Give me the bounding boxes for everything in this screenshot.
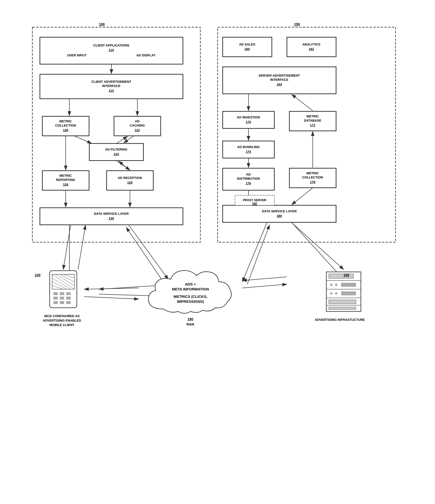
ad-bundling-box: AD BUNDLING 174 xyxy=(223,141,274,158)
svg-line-26 xyxy=(116,136,127,143)
svg-rect-82 xyxy=(341,291,356,295)
data-service-layer-client-label: DATA SERVICE LAYER xyxy=(94,212,129,216)
svg-line-92 xyxy=(292,223,344,269)
svg-line-44 xyxy=(242,222,267,282)
svg-point-80 xyxy=(330,292,332,295)
ad-sales-ref: 160 xyxy=(245,47,250,51)
data-service-layer-client-box: DATA SERVICE LAYER 130 xyxy=(40,208,183,225)
svg-rect-58 xyxy=(53,292,58,295)
ad-filtering-ref: 124 xyxy=(114,152,119,156)
ad-distribution-label: ADDISTRIBUTION xyxy=(237,173,260,181)
svg-line-29 xyxy=(116,161,130,170)
server-box-label: 150 xyxy=(294,22,300,26)
ad-bundling-ref: 174 xyxy=(246,150,251,154)
wcd-label: WCD CONFIGURED AS ADVERTISING ENABLED MO… xyxy=(37,314,87,328)
svg-line-89 xyxy=(84,297,139,299)
ad-ingestion-label: AD INGESTION xyxy=(237,115,260,120)
svg-text:IMPRESSIONS): IMPRESSIONS) xyxy=(177,299,204,304)
proxy-server-label: PROXY SERVER xyxy=(243,198,266,202)
svg-line-42 xyxy=(292,188,313,205)
ad-filtering-label: AD FILTERING xyxy=(105,148,127,152)
metric-collection-server-box: METRICCOLLECTION 178 xyxy=(289,168,336,188)
svg-rect-64 xyxy=(53,301,58,304)
svg-point-81 xyxy=(335,292,337,295)
data-service-layer-client-ref: 130 xyxy=(109,217,114,221)
svg-rect-76 xyxy=(329,274,353,278)
metric-collection-server-ref: 178 xyxy=(310,180,315,184)
metric-reporting-label: METRICREPORTING xyxy=(56,174,75,182)
server-ad-interface-box: SERVER ADVERTISEMENTINTERFACE 164 xyxy=(223,67,336,94)
svg-rect-65 xyxy=(60,301,64,304)
svg-line-86 xyxy=(63,225,71,269)
data-service-layer-server-label: DATA SERVICE LAYER xyxy=(262,209,297,214)
svg-rect-79 xyxy=(341,283,356,287)
svg-line-43 xyxy=(292,222,341,277)
svg-line-45 xyxy=(247,225,269,284)
metric-database-ref: 172 xyxy=(310,123,315,128)
client-applications-label: CLIENT APPLICATIONS xyxy=(93,44,129,48)
client-applications-box: CLIENT APPLICATIONS 110 USER INPUT AD DI… xyxy=(40,37,183,64)
analytics-box: ANALYTICS 162 xyxy=(287,37,336,57)
wcd-ref: 100 xyxy=(35,273,41,277)
analytics-ref: 162 xyxy=(309,47,314,51)
infra-label: ADVERTISING INFRASTUCTURE xyxy=(314,318,366,322)
svg-text:ADS +: ADS + xyxy=(185,282,196,286)
client-ad-interface-label: CLIENT ADVERTISEMENTINTERFACE xyxy=(91,80,131,88)
svg-line-90 xyxy=(242,284,287,288)
data-service-layer-server-box: DATA SERVICE LAYER 180 xyxy=(223,205,336,222)
svg-line-37 xyxy=(292,94,313,111)
svg-rect-83 xyxy=(329,300,356,304)
svg-rect-61 xyxy=(53,297,58,300)
svg-rect-60 xyxy=(66,292,71,295)
svg-line-25 xyxy=(124,136,134,143)
ad-caching-box: ADCACHING 122 xyxy=(114,116,161,136)
svg-rect-62 xyxy=(60,297,64,300)
ran-label: RAN xyxy=(139,322,242,326)
svg-line-91 xyxy=(242,277,287,281)
client-ad-interface-ref: 112 xyxy=(109,89,114,93)
metric-collection-server-label: METRICCOLLECTION xyxy=(302,171,323,180)
ad-sales-box: AD SALES 160 xyxy=(223,37,272,57)
metric-collection-client-box: METRICCOLLECTION 120 xyxy=(42,116,89,136)
metric-collection-client-label: METRICCOLLECTION xyxy=(55,119,76,128)
svg-line-31 xyxy=(119,161,130,171)
server-ad-interface-label: SERVER ADVERTISEMENTINTERFACE xyxy=(259,74,300,82)
ad-caching-ref: 122 xyxy=(135,128,140,132)
infra-ref: 150 xyxy=(344,273,349,277)
data-service-layer-server-ref: 180 xyxy=(277,214,282,218)
metric-reporting-box: METRICREPORTING 126 xyxy=(42,171,89,190)
cloud-container: ADS + META INFORMATION METRICS (CLICKS, … xyxy=(139,264,242,319)
svg-line-87 xyxy=(78,225,85,269)
ad-reception-ref: 128 xyxy=(127,181,133,185)
diagram: 100 150 CLIENT APPLICATIONS 110 USER INP… xyxy=(20,17,415,487)
ad-reception-box: AD RECEPTION 128 xyxy=(106,171,153,190)
svg-rect-63 xyxy=(66,297,71,300)
client-applications-ref: 110 xyxy=(109,48,114,52)
svg-line-88 xyxy=(84,288,139,289)
client-box-label: 100 xyxy=(99,22,105,26)
svg-point-77 xyxy=(330,284,332,286)
wcd-device-icon xyxy=(47,269,79,311)
metric-database-label: METRICDATABASE xyxy=(304,114,321,123)
metric-database-box: METRICDATABASE 172 xyxy=(289,111,336,131)
ad-distribution-ref: 176 xyxy=(246,181,251,186)
svg-rect-66 xyxy=(66,301,71,304)
ad-distribution-box: ADDISTRIBUTION 176 xyxy=(223,168,274,190)
svg-rect-84 xyxy=(329,307,356,309)
svg-line-27 xyxy=(74,136,92,143)
server-ad-interface-ref: 164 xyxy=(277,83,282,87)
ad-caching-label: ADCACHING xyxy=(130,119,145,128)
ad-sales-label: AD SALES xyxy=(239,43,255,47)
svg-point-78 xyxy=(335,284,337,286)
user-input-label: USER INPUT xyxy=(67,53,86,58)
analytics-label: ANALYTICS xyxy=(302,43,320,47)
svg-text:METRICS (CLICKS,: METRICS (CLICKS, xyxy=(173,294,207,299)
client-ad-interface-box: CLIENT ADVERTISEMENTINTERFACE 112 xyxy=(40,74,183,99)
svg-rect-59 xyxy=(60,292,64,295)
ad-ingestion-ref: 170 xyxy=(246,120,251,124)
ad-display-label: AD DISPLAY xyxy=(136,53,156,58)
ad-reception-label: AD RECEPTION xyxy=(118,176,142,180)
metric-collection-client-ref: 120 xyxy=(63,128,68,132)
ad-bundling-label: AD BUNDLING xyxy=(237,145,260,149)
ad-filtering-box: AD FILTERING 124 xyxy=(89,143,144,161)
